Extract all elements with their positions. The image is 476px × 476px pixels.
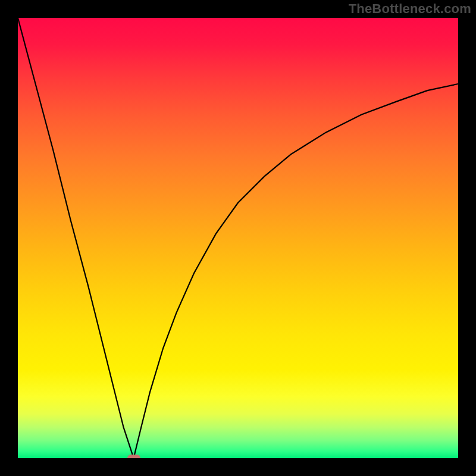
bottleneck-marker [127,455,140,458]
watermark-text: TheBottleneck.com [349,1,471,17]
chart-frame: TheBottleneck.com [0,0,476,476]
curve-right [134,84,458,458]
curve-svg [18,18,458,458]
curve-left [18,18,134,458]
plot-area [18,18,458,458]
